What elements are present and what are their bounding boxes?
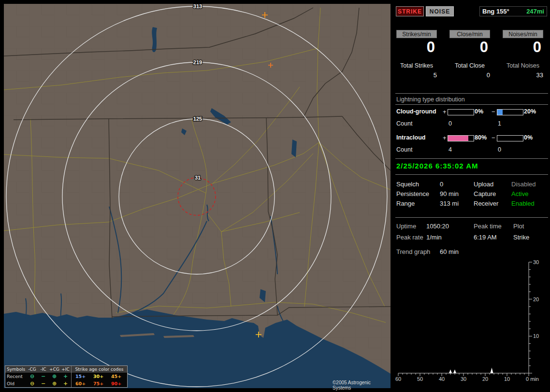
age-code: 75+	[89, 380, 107, 387]
noises-per-min-chip: Noises/min	[503, 30, 543, 38]
upload-label: Upload	[474, 181, 493, 188]
noise-mode-button[interactable]: NOISE	[426, 6, 454, 16]
divider	[395, 93, 548, 94]
legend-row-label: Old	[5, 380, 27, 387]
plot-label: Plot	[513, 223, 524, 230]
uptime-label: Uptime	[396, 223, 416, 230]
legend-age-title: Strike age color codes	[71, 366, 127, 373]
persistence-label: Persistence	[396, 190, 429, 197]
legend-row-old: Old ⊖ − ⊕ + 60+ 75+ 90+	[5, 380, 127, 387]
uptime-value: 1050:20	[426, 223, 449, 230]
datetime-display: 2/25/2026 6:35:02 AM	[396, 162, 478, 170]
cg-positive-count: 0	[449, 120, 452, 127]
divider	[395, 104, 548, 105]
peak-time-label: Peak time	[474, 223, 502, 230]
intracloud-label: Intracloud	[396, 134, 425, 141]
ic-positive-count: 4	[449, 146, 452, 153]
x-tick-label: 60	[395, 376, 401, 382]
trend-graph: 1020306050403020100 min	[394, 256, 550, 387]
legend-title: Symbols	[5, 366, 27, 373]
trend-axes	[398, 262, 529, 373]
pic-symbol-icon: +	[60, 380, 71, 387]
cg-negative-pct: 20%	[524, 108, 536, 115]
x-tick-label: 30	[461, 376, 466, 382]
bearing-value: Bng 155°	[482, 8, 509, 15]
x-tick-label: 10	[504, 376, 510, 382]
pcg-symbol-icon: ⊕	[49, 373, 60, 380]
legend-header: Symbols -CG -IC +CG +IC Strike age color…	[5, 366, 127, 373]
strike-mode-button[interactable]: STRIKE	[396, 6, 424, 16]
capture-status: Active	[511, 190, 528, 197]
ncg-symbol-icon: ⊖	[27, 373, 38, 380]
legend-col-pcg: +CG	[49, 366, 60, 373]
total-strikes-label: Total Strikes	[391, 62, 442, 69]
legend-col-nic: -IC	[38, 366, 49, 373]
strike-rate-spike	[453, 369, 456, 373]
legend-row-recent: Recent ⊖ − ⊕ + 15+ 30+ 45+	[5, 373, 127, 380]
age-code: 90+	[107, 380, 125, 387]
x-tick-label: 40	[439, 376, 445, 382]
strike-rate-spike	[449, 369, 452, 373]
age-code: 30+	[89, 373, 107, 380]
nic-symbol-icon: −	[38, 373, 49, 380]
symbol-legend: Symbols -CG -IC +CG +IC Strike age color…	[5, 365, 128, 388]
y-tick-label: 30	[533, 259, 539, 265]
strikes-per-min-chip: Strikes/min	[396, 30, 437, 38]
strike-rate-spike	[491, 368, 493, 374]
bearing-display: Bng 155° 247mi	[479, 6, 547, 16]
ic-negative-count: 0	[498, 146, 501, 153]
distribution-section-title: Lightning type distribution	[396, 96, 465, 103]
cg-positive-pct: 0%	[475, 108, 483, 115]
strikes-per-min-value: 0	[396, 39, 437, 56]
trend-graph-value: 60 min	[440, 248, 459, 255]
y-tick-label: 10	[533, 333, 539, 339]
plot-value: Strike	[513, 234, 529, 241]
age-code: 15+	[72, 373, 89, 380]
count-label: Count	[396, 146, 412, 153]
persistence-value: 90 min	[440, 190, 459, 197]
upload-status: Disabled	[511, 181, 536, 188]
total-noises-label: Total Noises	[498, 62, 548, 69]
bearing-distance: 247mi	[526, 8, 544, 15]
copyright-text: ©2005 Astrogenic Systems	[333, 380, 391, 391]
peak-rate-label: Peak rate	[396, 234, 423, 241]
legend-col-ncg: -CG	[27, 366, 38, 373]
receiver-label: Receiver	[474, 200, 498, 207]
peak-time-value: 6:19 AM	[474, 234, 497, 241]
age-code: 45+	[107, 373, 125, 380]
age-code: 60+	[72, 380, 89, 387]
ncg-symbol-icon: ⊖	[27, 380, 38, 387]
divider	[395, 174, 548, 175]
cloud-ground-label: Cloud-ground	[396, 108, 436, 115]
total-noises-value: 33	[503, 71, 543, 79]
pcg-symbol-icon: ⊕	[49, 380, 60, 387]
cg-negative-count: 1	[498, 120, 501, 127]
plus-sign: +	[443, 108, 447, 115]
ic-negative-bar	[497, 135, 523, 141]
x-tick-label: 50	[417, 376, 423, 382]
divider	[395, 217, 548, 218]
pic-symbol-icon: +	[60, 373, 71, 380]
x-tick-label: 0 min	[526, 376, 539, 382]
plus-sign: +	[443, 134, 447, 141]
noises-per-min-value: 0	[503, 39, 543, 56]
ic-positive-pct: 80%	[475, 134, 487, 141]
nic-symbol-icon: −	[38, 380, 49, 387]
ic-negative-pct: 0%	[524, 134, 533, 141]
minus-sign: −	[492, 134, 495, 141]
range-ring-label: 313	[193, 4, 202, 9]
count-label: Count	[396, 120, 412, 127]
trend-graph-label: Trend graph	[396, 248, 430, 255]
legend-row-label: Recent	[5, 373, 27, 380]
total-close-label: Total Close	[445, 62, 495, 69]
divider	[395, 158, 548, 159]
total-strikes-value: 5	[396, 71, 437, 79]
close-per-min-chip: Close/min	[449, 30, 490, 38]
total-close-value: 0	[449, 71, 490, 79]
cg-positive-bar	[448, 109, 474, 115]
status-panel: STRIKE NOISE Bng 155° 247mi Strikes/min …	[394, 0, 550, 392]
range-label: Range	[396, 200, 415, 207]
ic-positive-bar	[448, 135, 474, 141]
radar-map[interactable]: 31321912531	[4, 4, 391, 388]
close-per-min-value: 0	[449, 39, 490, 56]
